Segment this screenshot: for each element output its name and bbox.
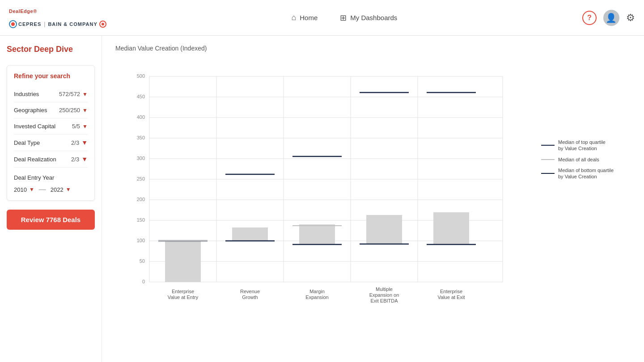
filter-card: Refine your search Industries 572/572 ▼ … (7, 65, 95, 201)
filter-deal-realization[interactable]: Deal Realization 2/3 ▼ (14, 151, 88, 168)
svg-text:250: 250 (137, 176, 145, 181)
label-ev-entry: Enterprise (172, 289, 194, 294)
filter-geographies[interactable]: Geographies 250/250 ▼ (14, 102, 88, 118)
label-ev-entry2: Value at Entry (168, 295, 199, 300)
deal-type-arrow: ▼ (81, 139, 88, 146)
cepres-inner (11, 22, 15, 26)
svg-text:50: 50 (140, 258, 145, 264)
cepres-icon (9, 20, 17, 28)
help-button[interactable]: ? (582, 11, 597, 25)
chart-svg: .axis-label { font-size: 11px; fill: #88… (115, 59, 532, 309)
label-revenue: Revenue (240, 289, 260, 294)
nav-home[interactable]: ⌂ Home (291, 13, 318, 22)
industries-chevron: ▼ (82, 91, 88, 97)
svg-text:500: 500 (137, 73, 145, 79)
geographies-label: Geographies (14, 107, 47, 114)
industries-value: 572/572 ▼ (59, 91, 88, 97)
svg-text:400: 400 (137, 114, 145, 120)
deal-entry-year-label: Deal Entry Year (14, 174, 88, 181)
label-margin2: Expansion (305, 295, 328, 300)
bar-multiple (366, 215, 402, 244)
review-deals-button[interactable]: Review 7768 Deals (7, 210, 95, 230)
deal-realization-label: Deal Realization (14, 156, 56, 163)
legend-line-dark-bottom (541, 173, 555, 174)
deal-realization-value: 2/3 ▼ (71, 156, 88, 163)
label-ev-exit2: Value at Exit (438, 295, 465, 300)
logo-sub: CEPRES | BAIN & COMPANY (9, 20, 106, 28)
svg-text:450: 450 (137, 94, 145, 99)
deal-entry-year-section: Deal Entry Year 2010 ▼ — 2022 ▼ (14, 174, 88, 194)
year-from-chevron: ▼ (29, 186, 34, 193)
year-to-value: 2022 (51, 186, 64, 193)
dashboards-icon: ⊞ (340, 13, 347, 23)
year-selectors: 2010 ▼ — 2022 ▼ (14, 185, 88, 194)
year-from-value: 2010 (14, 186, 27, 193)
bain-text: BAIN & COMPANY (48, 21, 97, 27)
trademark: ® (33, 8, 37, 13)
invested-capital-chevron: ▼ (82, 123, 88, 130)
bar-revenue-growth (232, 227, 268, 241)
bain-icon (99, 21, 106, 28)
label-ev-exit: Enterprise (440, 289, 462, 294)
label-revenue2: Growth (242, 295, 258, 300)
invested-capital-label: Invested Capital (14, 123, 55, 130)
chart-wrapper: .axis-label { font-size: 11px; fill: #88… (115, 59, 532, 311)
logo-area: DealEdge® CEPRES | BAIN & COMPANY (9, 8, 106, 28)
user-avatar[interactable]: 👤 (603, 10, 619, 26)
dealedge-text: DealEdge (9, 8, 33, 13)
svg-text:150: 150 (137, 217, 145, 223)
svg-text:0: 0 (142, 279, 145, 284)
legend-text-top: Median of top quartileby Value Creation (558, 139, 606, 152)
deal-type-value: 2/3 ▼ (71, 139, 88, 146)
logo-divider: | (44, 21, 45, 27)
bar-ev-entry (165, 241, 201, 282)
invested-capital-value: 5/5 ▼ (72, 123, 88, 130)
geographies-value: 250/250 ▼ (59, 107, 88, 114)
home-icon: ⌂ (291, 13, 296, 22)
chart-legend: Median of top quartileby Value Creation … (541, 59, 631, 184)
bain-logo: BAIN & COMPANY (48, 21, 106, 28)
svg-text:300: 300 (137, 156, 145, 161)
home-label: Home (300, 14, 318, 21)
legend-all-deals: Median of all deals (541, 156, 631, 163)
chart-area: Median Value Creation (Indexed) .axis-la… (102, 36, 644, 362)
label-multiple2: Expansion on (369, 292, 399, 298)
header: DealEdge® CEPRES | BAIN & COMPANY ⌂ Home (0, 0, 644, 36)
filter-invested-capital[interactable]: Invested Capital 5/5 ▼ (14, 118, 88, 135)
dashboards-label: My Dashboards (350, 14, 397, 21)
settings-button[interactable]: ⚙ (626, 12, 635, 24)
filter-industries[interactable]: Industries 572/572 ▼ (14, 86, 88, 102)
bar-margin (299, 224, 335, 244)
year-dash: — (39, 185, 46, 194)
cepres-logo: CEPRES (9, 20, 41, 28)
label-margin: Margin (309, 289, 325, 294)
label-multiple: Multiple (376, 286, 393, 292)
deal-realization-arrow: ▼ (81, 156, 88, 163)
chart-title: Median Value Creation (Indexed) (115, 45, 631, 52)
refine-title: Refine your search (14, 72, 88, 80)
legend-line-light (541, 159, 555, 160)
bain-inner (102, 23, 104, 25)
legend-top-quartile: Median of top quartileby Value Creation (541, 139, 631, 152)
label-multiple3: Exit EBITDA (370, 298, 398, 303)
year-from-select[interactable]: 2010 ▼ (14, 186, 34, 193)
geographies-chevron: ▼ (82, 107, 88, 114)
year-to-chevron: ▼ (66, 186, 71, 193)
chart-container: .axis-label { font-size: 11px; fill: #88… (115, 59, 631, 311)
industries-label: Industries (14, 91, 39, 97)
header-right: ? 👤 ⚙ (582, 10, 635, 26)
filter-deal-type[interactable]: Deal Type 2/3 ▼ (14, 135, 88, 151)
svg-text:100: 100 (137, 238, 145, 243)
main-content: Sector Deep Dive Refine your search Indu… (0, 36, 644, 362)
logo-dealedge: DealEdge® (9, 8, 37, 19)
nav-dashboards[interactable]: ⊞ My Dashboards (340, 13, 397, 23)
bar-ev-exit (433, 212, 469, 244)
sidebar-title: Sector Deep Dive (7, 45, 95, 54)
main-nav: ⌂ Home ⊞ My Dashboards (291, 13, 397, 23)
cepres-text: CEPRES (18, 21, 41, 27)
legend-text-bottom: Median of bottom quartileby Value Creati… (558, 167, 614, 180)
deal-type-label: Deal Type (14, 139, 40, 146)
legend-line-dark-top (541, 145, 555, 146)
sidebar: Sector Deep Dive Refine your search Indu… (0, 36, 102, 362)
year-to-select[interactable]: 2022 ▼ (51, 186, 71, 193)
